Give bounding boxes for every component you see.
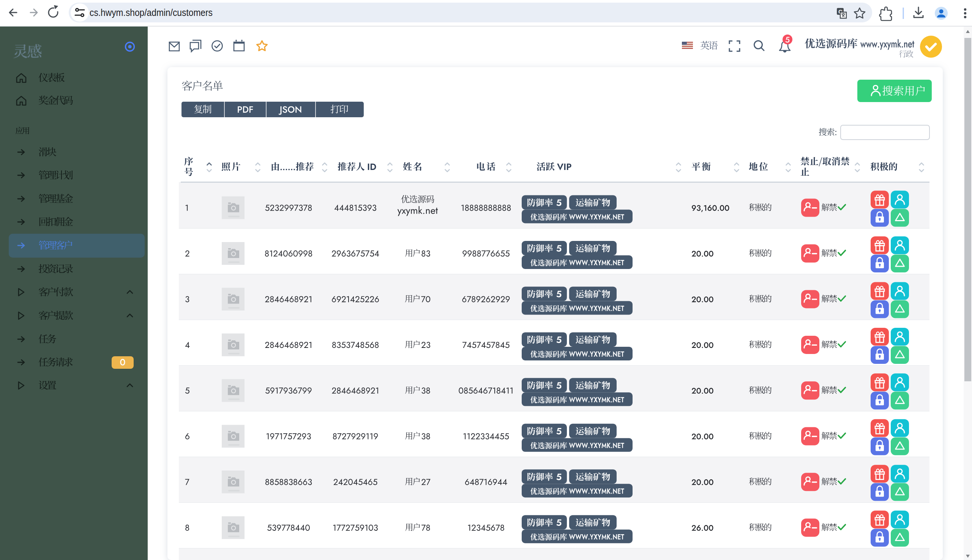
svg-text:cs.hwym.shop/admin/customers: cs.hwym.shop/admin/customers [90, 7, 213, 18]
